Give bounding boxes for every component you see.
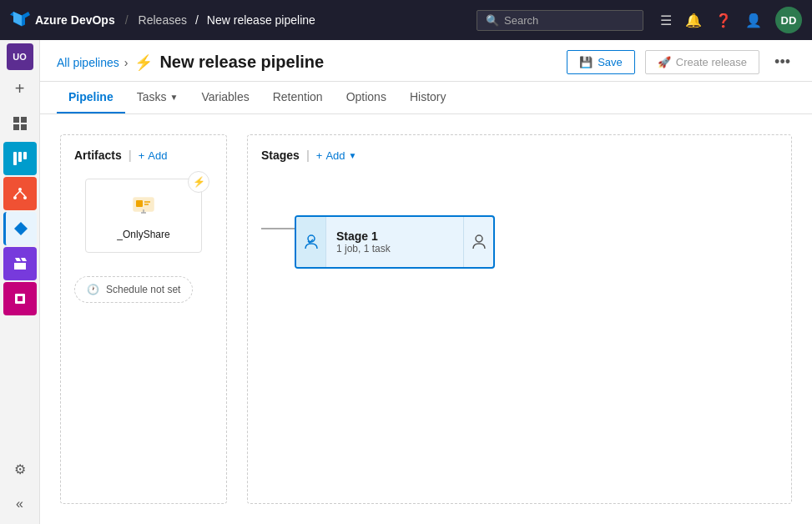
schedule-box[interactable]: 🕐 Schedule not set (74, 276, 193, 303)
sidebar-item-boards[interactable] (3, 142, 37, 175)
breadcrumb-current: New release pipeline (207, 13, 315, 27)
sidebar-item-testplans[interactable] (3, 247, 37, 280)
add-stage-label: Add (325, 149, 345, 162)
all-pipelines-link[interactable]: All pipelines (57, 56, 119, 69)
add-artifact-label: Add (148, 149, 167, 162)
artifact-lightning-icon: ⚡ (188, 171, 209, 193)
svg-rect-2 (13, 124, 19, 130)
svg-line-11 (20, 191, 25, 196)
sidebar-item-avatar[interactable]: UO (7, 43, 33, 70)
sidebar-item-artifacts[interactable] (3, 282, 37, 315)
tab-retention[interactable]: Retention (261, 82, 335, 113)
save-button[interactable]: 💾 Save (567, 50, 635, 74)
breadcrumb-arrow: › (124, 56, 129, 69)
stage-content: Stage 1 1 job, 1 task (326, 221, 463, 263)
schedule-clock-icon: 🕐 (87, 284, 99, 295)
tab-tasks[interactable]: Tasks ▼ (125, 82, 190, 113)
add-stage-plus-icon: + (316, 149, 323, 162)
logo-text: Azure DevOps (35, 13, 115, 27)
search-placeholder: Search (504, 14, 538, 27)
menu-icon[interactable]: ☰ (660, 13, 672, 28)
tasks-chevron-icon: ▼ (169, 93, 178, 102)
pipeline-canvas: Artifacts | + Add ⚡ (40, 114, 812, 524)
svg-line-10 (15, 191, 20, 196)
sidebar-item-collapse[interactable]: « (3, 491, 37, 524)
svg-rect-3 (21, 124, 27, 130)
connector-line (261, 228, 295, 229)
sidebar-item-settings[interactable]: ⚙ (3, 456, 37, 489)
stage-details: 1 job, 1 task (336, 243, 453, 254)
avatar[interactable]: DD (775, 7, 802, 33)
tab-variables[interactable]: Variables (189, 82, 260, 113)
tab-variables-label: Variables (201, 90, 249, 103)
sidebar-item-pipelines[interactable] (3, 212, 37, 245)
sidebar-item-overview[interactable] (3, 107, 37, 140)
stages-section-header: Stages | + Add ▼ (261, 149, 778, 162)
tab-options[interactable]: Options (335, 82, 398, 113)
tab-tasks-label: Tasks (137, 90, 167, 103)
stages-box: Stages | + Add ▼ (247, 134, 792, 504)
search-icon: 🔍 (486, 14, 499, 27)
artifacts-divider: | (129, 149, 132, 162)
topbar-search[interactable]: 🔍 Search (477, 10, 643, 31)
account-icon[interactable]: 👤 (745, 13, 762, 28)
tab-pipeline-label: Pipeline (68, 90, 113, 103)
add-artifact-plus-icon: + (139, 149, 145, 162)
artifact-card[interactable]: ⚡ _OnlyShare (85, 179, 202, 253)
artifacts-section-header: Artifacts | + Add (74, 149, 213, 162)
sidebar: UO + ⚙ « (0, 40, 40, 524)
artifact-name: _OnlyShare (117, 229, 169, 240)
save-label: Save (598, 56, 623, 68)
svg-rect-4 (13, 152, 17, 165)
tabs-bar: Pipeline Tasks ▼ Variables Retention Opt… (40, 82, 812, 114)
svg-rect-6 (23, 152, 27, 159)
sidebar-item-repos[interactable] (3, 177, 37, 210)
create-release-label: Create release (676, 56, 747, 68)
add-stage-button[interactable]: + Add ▼ (316, 149, 357, 162)
stages-divider: | (306, 149, 310, 162)
stage-pre-approvals-icon[interactable] (296, 217, 326, 267)
breadcrumb-divider1: / (125, 13, 129, 27)
help-icon[interactable]: ❓ (715, 13, 732, 28)
stage-post-approvals-icon[interactable] (463, 217, 493, 267)
page-header: All pipelines › ⚡ New release pipeline 💾… (40, 40, 812, 82)
create-release-icon: 🚀 (658, 56, 671, 68)
svg-marker-12 (14, 222, 28, 235)
topbar-breadcrumb: Releases / New release pipeline (139, 13, 315, 27)
artifact-icon (130, 191, 157, 224)
svg-rect-16 (136, 200, 143, 207)
breadcrumb-trail: All pipelines › (57, 56, 128, 69)
topbar-icons: ☰ 🔔 ❓ 👤 DD (660, 7, 802, 33)
artifacts-box: Artifacts | + Add ⚡ (60, 134, 227, 504)
notification-icon[interactable]: 🔔 (685, 13, 702, 28)
page-title: New release pipeline (159, 53, 324, 72)
tab-history[interactable]: History (398, 82, 458, 113)
create-release-button[interactable]: 🚀 Create release (645, 50, 759, 74)
header-actions: 💾 Save 🚀 Create release ••• (567, 50, 795, 74)
breadcrumb-releases[interactable]: Releases (139, 13, 187, 27)
stage-name: Stage 1 (336, 229, 453, 243)
main-content: All pipelines › ⚡ New release pipeline 💾… (40, 40, 812, 524)
svg-point-8 (13, 196, 17, 199)
more-options-button[interactable]: ••• (769, 50, 795, 74)
tab-pipeline[interactable]: Pipeline (57, 82, 125, 113)
pipeline-title-icon: ⚡ (134, 53, 153, 72)
stage-row: Stage 1 1 job, 1 task (261, 189, 778, 269)
svg-point-7 (18, 188, 22, 191)
schedule-label: Schedule not set (106, 284, 180, 295)
save-icon: 💾 (579, 56, 593, 68)
sidebar-item-new[interactable]: + (3, 72, 37, 105)
topbar: Azure DevOps / Releases / New release pi… (0, 0, 812, 40)
add-stage-chevron-icon: ▼ (349, 151, 357, 160)
artifacts-title: Artifacts (74, 149, 122, 162)
svg-rect-0 (13, 117, 19, 123)
stage-card[interactable]: Stage 1 1 job, 1 task (295, 215, 495, 269)
logo[interactable]: Azure DevOps (10, 10, 115, 30)
breadcrumb-divider2: / (195, 13, 199, 27)
svg-point-22 (476, 235, 482, 242)
tab-options-label: Options (346, 90, 386, 103)
add-artifact-button[interactable]: + Add (139, 149, 168, 162)
svg-rect-5 (18, 152, 22, 162)
tab-history-label: History (410, 90, 446, 103)
stages-title: Stages (261, 149, 300, 162)
